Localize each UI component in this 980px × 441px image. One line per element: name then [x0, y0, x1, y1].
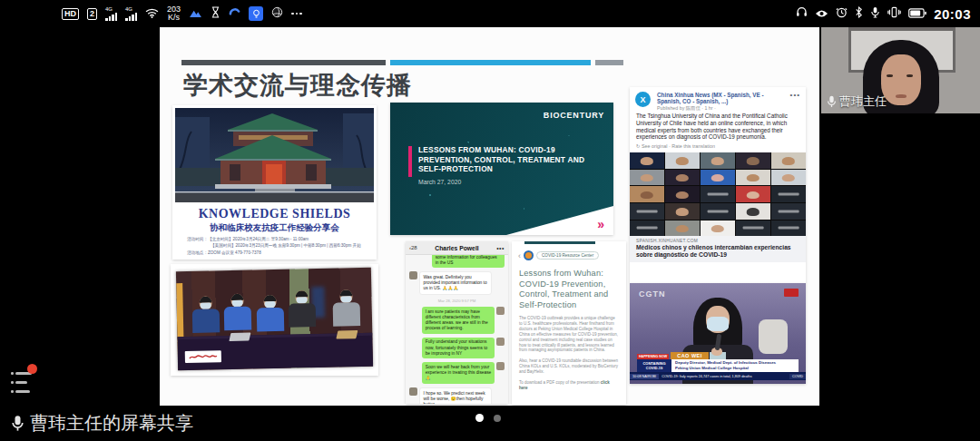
mic-icon [11, 415, 24, 432]
bluetooth-icon [855, 5, 863, 22]
vibrate-icon [887, 5, 901, 22]
chat-timestamp: Mar 28, 2020 9:57 PM [409, 299, 505, 303]
hd-badge: HD [62, 8, 79, 20]
top-accent-bar [524, 241, 595, 244]
resource-header: ‹ COVID-19 Resource Center [518, 250, 620, 260]
title-bar-blue [390, 60, 591, 65]
ticker-text: COVID-19: Italy reports 24,747 cases in … [662, 375, 789, 378]
chat-bubble: Soon we will hear back from your experie… [422, 362, 495, 384]
participant-name-tile [771, 203, 806, 220]
signal-bars [125, 13, 137, 21]
broadcast-badge [784, 289, 799, 297]
accent-bar [408, 146, 412, 177]
wifi-icon [145, 5, 159, 22]
globe-app-icon [271, 5, 283, 22]
mouth [896, 94, 906, 98]
status-bar: HD 2 4G 4G 203 K/s [0, 0, 980, 27]
xinhua-avatar: X [635, 92, 651, 107]
pumc-building-photo [175, 108, 374, 202]
participant-name-tile [630, 220, 664, 237]
speaker-title-bar: Deputy Director, Medical Dept. of Infect… [671, 359, 799, 372]
back-icon: ‹ [518, 251, 521, 260]
battery-icon [908, 5, 926, 22]
link-source: SPANISH.XINHUANET.COM [636, 239, 799, 243]
program-box: CONTAINING COVID-19 [637, 359, 671, 372]
poster-detail-line: 【美国时间】2020年3月23日周一晚 东部9:30pm | 中部8:30pm … [187, 243, 371, 250]
news-ticker: 10:08 NAIROBI COVID-19: Italy reports 24… [630, 372, 806, 380]
page-dot-active[interactable] [475, 414, 484, 422]
page-dot[interactable] [494, 415, 501, 422]
participant-video-tile [665, 203, 700, 220]
participant-video-tile [736, 170, 770, 186]
post-byline: Published by 陈雨佳 · 1 hr · [657, 105, 800, 112]
screen-share-view[interactable]: 学术交流与理念传播 [160, 27, 819, 406]
eye-icon [815, 5, 828, 22]
eye [906, 74, 913, 77]
chat-avatar [496, 362, 505, 370]
phone-screen: HD 2 4G 4G 203 K/s [0, 0, 980, 441]
clock-time: 20:03 [934, 6, 971, 22]
participant-name-tile [701, 203, 735, 220]
poster-subtitle: 协和临床校友抗疫工作经验分享会 [172, 222, 377, 234]
participant-video-tile [736, 203, 770, 220]
title-bar-dark [181, 60, 386, 65]
resource-logo-icon [524, 250, 534, 260]
webinar-date: March 27, 2020 [418, 179, 461, 185]
participant-name-tile [701, 186, 735, 202]
wechat-screenshot: ‹28 Charles Powell ••• some information … [406, 241, 508, 404]
alarm-icon [836, 5, 848, 22]
participant-video-tile [736, 186, 770, 202]
chat-bubble: Fully understand your situations now, fo… [422, 338, 495, 359]
network-type-label: 4G [125, 6, 132, 12]
chat-bubble: I hope so. We predict next week will be … [419, 387, 492, 404]
participant-video-tile [701, 220, 735, 237]
chair [759, 319, 788, 354]
participant-name-tile [630, 203, 664, 220]
title-bar-gray [595, 60, 623, 65]
chat-messages: some information for colleagues in the U… [406, 255, 508, 404]
chat-avatar [409, 387, 417, 396]
resource-paragraph: The COVID-19 outbreak provides a unique … [519, 316, 619, 353]
sim2-badge: 2 [87, 8, 97, 20]
chat-avatar [496, 307, 505, 315]
participant-video-tile [736, 152, 770, 169]
chat-list-button[interactable] [11, 368, 42, 403]
translation-row: ↻ See original · Rate this translation [630, 141, 806, 149]
cgtn-broadcast: CGTN HAPPENING NOW CAO WEI CONTAINING CO… [630, 283, 806, 384]
ticker-time: 10:08 NAIROBI [630, 374, 659, 379]
chat-bubble: some information for colleagues in the U… [432, 255, 505, 268]
chat-menu-icon: ••• [496, 245, 505, 251]
slide-title: 学术交流与理念传播 [183, 69, 412, 102]
biocentury-slide: BIOCENTURY LESSONS FROM WUHAN: COVID-19 … [390, 103, 613, 235]
speaker-video-thumbnail[interactable]: 曹玮主任 [821, 27, 980, 113]
webinar-title: LESSONS FROM WUHAN: COVID-19 PREVENTION,… [418, 145, 596, 174]
speaker-name-bar: CAO WEI [671, 352, 709, 359]
poster-title: KNOWLEDGE SHIELDS [172, 207, 377, 221]
chat-avatar [409, 271, 417, 279]
chat-bubble: I am sure patients may have different ch… [422, 307, 495, 334]
network-speed: 203 K/s [167, 5, 181, 22]
status-bar-right: 20:03 [796, 0, 971, 27]
peaks-app-icon [189, 5, 202, 22]
participant-name-tile [771, 220, 806, 237]
page-name: China Xinhua News (MX - Spanish, VE - Sp… [657, 92, 784, 104]
laptop [229, 333, 250, 342]
participant-name-label: 曹玮主任 [827, 93, 887, 110]
post-header: X China Xinhua News (MX - Spanish, VE - … [630, 87, 806, 110]
signal-icon: 4G [105, 6, 117, 21]
photo-image [176, 268, 373, 370]
chevrons-icon: » [597, 217, 604, 231]
resource-title: Lessons from Wuhan: COVID-19 Prevention,… [519, 269, 619, 310]
signal-bars [105, 13, 117, 21]
participant-video-tile [665, 152, 700, 169]
chat-header: ‹28 Charles Powell ••• [406, 241, 508, 255]
participant-video-tile [665, 170, 700, 186]
signal-icon-2: 4G [125, 6, 137, 21]
eye [887, 74, 893, 77]
speed-unit: K/s [167, 14, 181, 22]
participant-video-tile [771, 170, 806, 186]
mic-icon [827, 95, 837, 108]
xinhua-post: X China Xinhua News (MX - Spanish, VE - … [630, 87, 806, 283]
mic-status-icon [870, 5, 880, 22]
knowledge-shields-poster: KNOWLEDGE SHIELDS 协和临床校友抗疫工作经验分享会 活动时间：【… [172, 105, 377, 260]
